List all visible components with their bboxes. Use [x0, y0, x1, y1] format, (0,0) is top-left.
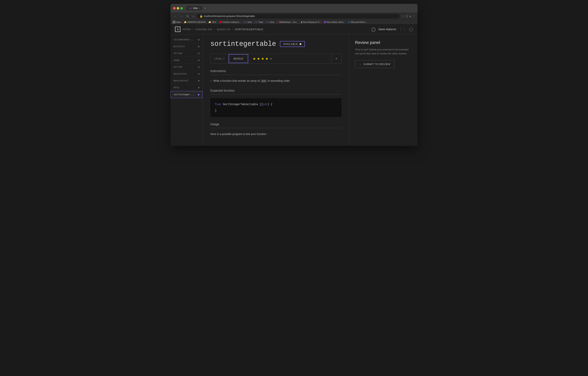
github-icon[interactable]: ◯: [371, 27, 376, 32]
review-panel-description: Time to bet! Submit your exercise to be …: [355, 48, 412, 56]
breadcrumb-quest[interactable]: QUEST-03: [217, 28, 230, 31]
bookmark-bibliotheque[interactable]: ▶ Bibliothèque - You...: [277, 21, 298, 23]
breadcrumb-sep1: >: [192, 28, 194, 31]
bookmark-icon-playing: ▮: [301, 21, 302, 23]
tab-code-icon: </>: [189, 7, 192, 9]
sidebar-item-sortintegertable[interactable]: sortinteger...: [170, 91, 203, 98]
folder-icon-dev: 📁: [209, 21, 211, 23]
bookmark-graphic-design[interactable]: 📁 GRAPHIC DESIGN: [184, 21, 205, 23]
bullet-icon: •: [210, 79, 211, 83]
neon-icon: [324, 21, 326, 23]
submit-arrow-icon: →: [359, 63, 362, 65]
meta-bonus[interactable]: BONUS: [229, 54, 248, 63]
sidebar-item-strrev[interactable]: strrev: [170, 64, 203, 71]
active-tab[interactable]: </> Intra ×: [186, 6, 203, 11]
tab-label: Intra: [193, 7, 198, 10]
code-icon-intra2: </>: [266, 21, 269, 23]
sidebar-label-swap: swap: [174, 59, 179, 62]
bookmark-creative-label: Creative coding re...: [222, 21, 241, 23]
sidebar-item-printstr[interactable]: printstr: [170, 43, 203, 50]
tab-close-button[interactable]: ×: [199, 7, 200, 9]
instruction-code-type: int: [260, 79, 267, 83]
new-tab-button[interactable]: +: [203, 6, 207, 11]
page-title: sortintegertable: [210, 40, 276, 48]
red-dot-icon: [219, 21, 221, 23]
available-badge: AVAILABLE: [280, 41, 305, 47]
power-icon[interactable]: ◯: [409, 27, 413, 31]
usage-description: Here is a possible program to test your …: [210, 132, 342, 136]
keyword-func: func: [215, 103, 221, 106]
sidebar-item-basicatoi[interactable]: basicatoi: [170, 71, 203, 77]
apps-label: Apps: [176, 21, 181, 23]
bookmark-bibliotheque-label: Bibliothèque - You...: [279, 21, 298, 23]
bookmark-toad[interactable]: </> Toad: [255, 21, 263, 23]
sidebar-dot-sortintegertable: [198, 94, 199, 96]
bookmark-graphic-label: GRAPHIC DESIGN: [187, 21, 205, 23]
meta-plus-button[interactable]: +: [331, 54, 341, 64]
code-block: func SortIntegerTable(table []int) { }: [210, 98, 342, 117]
minimize-button[interactable]: [177, 7, 179, 10]
sidebar-dot-ultimatediv: [198, 39, 200, 41]
sidebar-dot-basicatoi: [198, 73, 200, 75]
sidebar-label-printstr: printstr: [174, 45, 185, 48]
close-button[interactable]: [173, 7, 176, 10]
expected-function-divider: [210, 94, 342, 95]
logo-icon: ▯: [175, 27, 180, 32]
star-bookmark-icon[interactable]: ☆: [402, 15, 404, 18]
forward-button[interactable]: →: [179, 14, 184, 18]
bookmark-ms-word[interactable]: W Microsoft Word -...: [348, 21, 368, 23]
bookmark-intra1-label: Intra: [247, 21, 252, 23]
sidebar-label-ultimatediv: ultimatediv...: [174, 38, 194, 41]
breadcrumb-sep2: >: [214, 28, 215, 31]
breadcrumb-piscine[interactable]: PISCINE-GO: [196, 28, 212, 31]
instruction-text-before: Write a function that reorder an array o…: [213, 79, 260, 82]
home-button[interactable]: ⌂: [192, 14, 195, 18]
address-bar[interactable]: 🔒 localhost/intra/piscine-go/quest-03/so…: [197, 14, 400, 19]
bookmark-apps[interactable]: Apps: [173, 21, 181, 23]
sidebar-dot-swap: [198, 60, 200, 61]
sidebar-item-ultimatediv[interactable]: ultimatediv...: [170, 36, 203, 43]
browser-window: </> Intra × + ← → ↻ ⌂ 🔒 localhost/intra/…: [170, 4, 418, 146]
traffic-lights: [173, 7, 183, 10]
bookmark-creative-coding[interactable]: Creative coding re...: [219, 21, 241, 23]
more-options-icon[interactable]: ⋮: [413, 15, 415, 18]
bookmark-intra1[interactable]: </> Intra: [244, 21, 252, 23]
submit-to-review-button[interactable]: → SUBMIT TO REVIEW: [355, 60, 394, 68]
meta-stars: ★ ★ ★ ★ ★: [248, 54, 331, 64]
meta-bar: LEVEL 7 BONUS ★ ★ ★ ★ ★ +: [210, 54, 342, 64]
page-title-row: sortintegertable AVAILABLE: [210, 40, 342, 48]
sidebar-item-swap[interactable]: swap: [170, 57, 203, 64]
available-label: AVAILABLE: [283, 43, 298, 45]
available-dot: [300, 43, 301, 45]
nav-left: ▯ INTRA > PISCINE-GO > QUEST-03 > SORTIN…: [175, 27, 263, 32]
back-button[interactable]: ←: [173, 14, 177, 18]
breadcrumb-intra[interactable]: INTRA: [183, 28, 191, 31]
bookmark-dev[interactable]: 📁 DEV: [209, 21, 216, 23]
bookmark-intra2[interactable]: </> Intra: [266, 21, 274, 23]
code-func-end: ) {: [268, 103, 272, 106]
bookmark-now-playing-label: Now Playing on P...: [303, 21, 321, 23]
top-nav: ▯ INTRA > PISCINE-GO > QUEST-03 > SORTIN…: [170, 24, 418, 34]
keyword-type-int: int: [263, 103, 268, 106]
profile-icon[interactable]: ●: [410, 15, 411, 18]
submit-label: SUBMIT TO REVIEW: [364, 63, 390, 65]
meta-level: LEVEL 7: [210, 55, 229, 63]
breadcrumb-current[interactable]: SORTINTEGERTABLE: [235, 28, 263, 31]
bookmarks-bar: Apps 📁 GRAPHIC DESIGN 📁 DEV Creative cod…: [170, 20, 418, 24]
sidebar-item-atoi[interactable]: atoi: [170, 84, 203, 91]
sidebar-item-strlen[interactable]: strlen: [170, 50, 203, 57]
code-icon-toad: </>: [255, 21, 258, 23]
bookmark-neon-label: Neon Moiré, disco...: [327, 21, 345, 23]
refresh-button[interactable]: ↻: [186, 14, 190, 18]
youtube-icon: ▶: [277, 21, 279, 23]
bookmark-neon-moire[interactable]: Neon Moiré, disco...: [324, 21, 345, 23]
grid-nav-icon[interactable]: ⋮⋮: [399, 27, 406, 31]
bookmark-now-playing[interactable]: ▮ Now Playing on P...: [301, 21, 321, 23]
extensions-icon[interactable]: ☷: [406, 15, 408, 18]
instructions-divider: [210, 75, 342, 75]
sidebar-dot-printstr: [198, 46, 200, 47]
sidebar-item-basicatoi2[interactable]: basicatoi2: [170, 77, 203, 84]
usage-title: Usage: [210, 123, 342, 126]
star-3: ★: [261, 57, 264, 61]
maximize-button[interactable]: [180, 7, 183, 10]
